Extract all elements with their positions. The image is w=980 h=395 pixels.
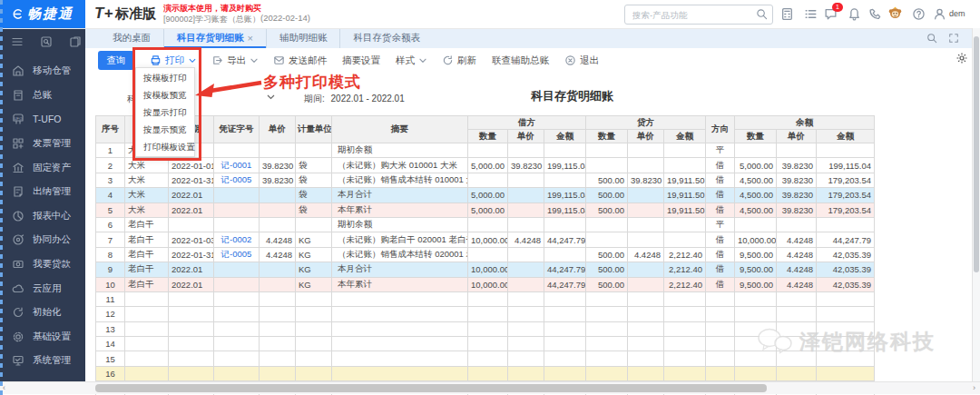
table-row[interactable]: 15 (96, 351, 875, 366)
chanjet-logo[interactable]: 畅捷通 (0, 0, 85, 28)
search-icon[interactable] (756, 8, 768, 20)
voucher-link[interactable]: 记-0001 (214, 158, 260, 173)
product-search[interactable] (624, 5, 773, 25)
voucher-link[interactable]: 记-0002 (214, 232, 260, 247)
phone-icon[interactable] (868, 7, 882, 21)
col-balance-price[interactable]: 单价 (777, 130, 817, 143)
sidebar-item-report-center[interactable]: 报表中心 (0, 204, 85, 229)
help-icon[interactable] (912, 7, 926, 21)
table-row[interactable]: 2大米2022-01-01记-000139.8230袋（未记账）购大米 0100… (96, 158, 875, 173)
sidebar-item-loan[interactable]: 我要贷款 (0, 252, 85, 277)
horizontal-scrollbar[interactable]: ‹ › (0, 381, 980, 394)
table-cell: 39.8230 (628, 173, 664, 187)
tab-close-icon[interactable]: × (248, 33, 253, 44)
refresh-button[interactable]: 刷新 (442, 54, 476, 67)
col-debit-qty[interactable]: 数量 (468, 130, 508, 143)
sidebar-item-invoice[interactable]: 发票管理 (0, 132, 85, 156)
col-credit-qty[interactable]: 数量 (586, 130, 628, 143)
sidebar-item-fixed-assets[interactable]: 固定资产 (0, 155, 85, 180)
vertical-scrollbar[interactable] (972, 28, 980, 381)
table-row[interactable]: 4大米2022.01袋本月合计5,000.00199,115.04500.001… (96, 188, 875, 202)
col-seq[interactable]: 序号 (96, 116, 125, 143)
tab-subject-inventory-balance[interactable]: 科目存货余额表 (340, 28, 433, 48)
table-row[interactable]: 1大米期初余额平 (96, 143, 875, 158)
col-unit[interactable]: 计量单位 (296, 116, 332, 143)
task-list-icon[interactable] (804, 7, 818, 21)
fullscreen-icon[interactable] (948, 33, 959, 44)
col-credit-group[interactable]: 贷方 (586, 116, 706, 130)
username[interactable]: dem (949, 9, 965, 18)
voucher-link[interactable]: 记-0005 (214, 173, 260, 187)
period-value[interactable]: 2022.01 - 2022.01 (331, 94, 405, 104)
sidebar-item-cloud-apps[interactable]: 云应用 (0, 276, 85, 301)
workbench-search-icon[interactable] (40, 35, 53, 48)
col-balance-group[interactable]: 余额 (735, 116, 875, 130)
table-row[interactable]: 14 (96, 337, 875, 351)
style-button[interactable]: 样式 (396, 54, 426, 67)
table-row[interactable]: 9老白干2022.01KG本月合计10,000.0044,247.79500.0… (96, 262, 875, 277)
gear-icon[interactable] (956, 52, 968, 64)
print-menu-item[interactable]: 打印模板设置 (136, 138, 194, 155)
menu-icon[interactable] (11, 35, 24, 48)
mascot-icon[interactable] (887, 5, 901, 19)
col-balance-amount[interactable]: 金额 (817, 130, 875, 143)
scroll-left-icon[interactable]: ‹ (3, 382, 5, 394)
table-row[interactable]: 6老白干期初余额平 (96, 217, 875, 232)
table-row[interactable]: 11 (96, 291, 875, 306)
sidebar-item-mobile-warehouse[interactable]: 移动仓管 (0, 59, 85, 84)
expand-window-icon[interactable] (69, 35, 82, 48)
send-mail-button[interactable]: 发送邮件 (273, 54, 327, 67)
sidebar-item-collaboration[interactable]: 协同办公 (0, 228, 85, 252)
sidebar-item-initialization[interactable]: 初始化 (0, 301, 85, 325)
message-icon[interactable]: 1 (824, 7, 838, 21)
scroll-right-icon[interactable]: › (973, 382, 975, 394)
bell-icon[interactable] (848, 7, 861, 21)
col-balance-qty[interactable]: 数量 (735, 130, 777, 143)
query-button[interactable]: 查询 (98, 51, 134, 70)
sidebar-item-system-management[interactable]: 系统管理 (0, 349, 85, 373)
voucher-link[interactable]: 记-0005 (214, 247, 260, 262)
table-cell (125, 337, 169, 351)
table-cell (664, 366, 706, 380)
print-menu-item[interactable]: 按显示打印 (136, 104, 194, 121)
table-row[interactable]: 13 (96, 321, 875, 336)
col-direction[interactable]: 方向 (706, 116, 735, 143)
col-credit-price[interactable]: 单价 (628, 130, 664, 143)
table-row[interactable]: 3大米2022-01-31记-000539.8230袋（未记账）销售成本结转 0… (96, 173, 875, 187)
tab-auxiliary-ledger[interactable]: 辅助明细账 (267, 28, 341, 48)
col-debit-price[interactable]: 单价 (508, 130, 544, 143)
sidebar-item-cashier[interactable]: 出纳管理 (0, 180, 85, 204)
table-row[interactable]: 12 (96, 307, 875, 321)
print-button[interactable]: 打印 (150, 54, 196, 67)
table-cell: 42,035.39 (817, 277, 875, 291)
print-menu-item[interactable]: 按模板打印 (136, 69, 194, 86)
tab-subject-inventory-ledger[interactable]: 科目存货明细账 × (164, 28, 267, 48)
col-debit-group[interactable]: 借方 (468, 116, 586, 130)
table-row[interactable]: 8老白干2022-01-31记-00054.4248KG（未记账）销售成本结转 … (96, 247, 875, 262)
table-row[interactable]: 7老白干2022-01-03记-00024.4248KG（未记账）购老白干 02… (96, 232, 875, 247)
print-menu-item[interactable]: 按显示预览 (136, 121, 194, 138)
table-row[interactable]: 16 (96, 366, 875, 380)
table-row[interactable]: 5大米2022.01袋本年累计5,000.00199,115.04500.001… (96, 202, 875, 217)
tab-search-icon[interactable] (926, 33, 937, 44)
table-row[interactable]: 10老白干2022.01KG本年累计10,000.0044,247.79500.… (96, 277, 875, 291)
summary-setting-button[interactable]: 摘要设置 (342, 54, 380, 67)
sidebar-item-general-ledger[interactable]: 总账 (0, 84, 85, 108)
search-input[interactable] (631, 6, 752, 23)
exit-button[interactable]: 退出 (564, 54, 599, 67)
sidebar-item-t-ufo[interactable]: UFO T-UFO (0, 107, 85, 132)
export-button[interactable]: 导出 (211, 54, 258, 67)
col-price[interactable]: 单价 (260, 116, 296, 143)
vertical-scrollbar-thumb[interactable] (974, 36, 979, 272)
col-credit-amount[interactable]: 金额 (664, 130, 706, 143)
link-assist-ledger-button[interactable]: 联查辅助总账 (492, 54, 549, 67)
horizontal-scrollbar-thumb[interactable] (95, 384, 767, 392)
col-debit-amount[interactable]: 金额 (544, 130, 586, 143)
print-menu-item[interactable]: 按模板预览 (136, 86, 194, 104)
col-voucher[interactable]: 凭证字号 (214, 116, 260, 143)
tab-my-desktop[interactable]: 我的桌面 (100, 28, 164, 48)
sidebar-item-basic-settings[interactable]: 基础设置 (0, 325, 85, 350)
user-icon[interactable] (933, 7, 946, 21)
calculator-icon[interactable] (780, 7, 794, 21)
col-summary[interactable]: 摘要 (332, 116, 468, 143)
